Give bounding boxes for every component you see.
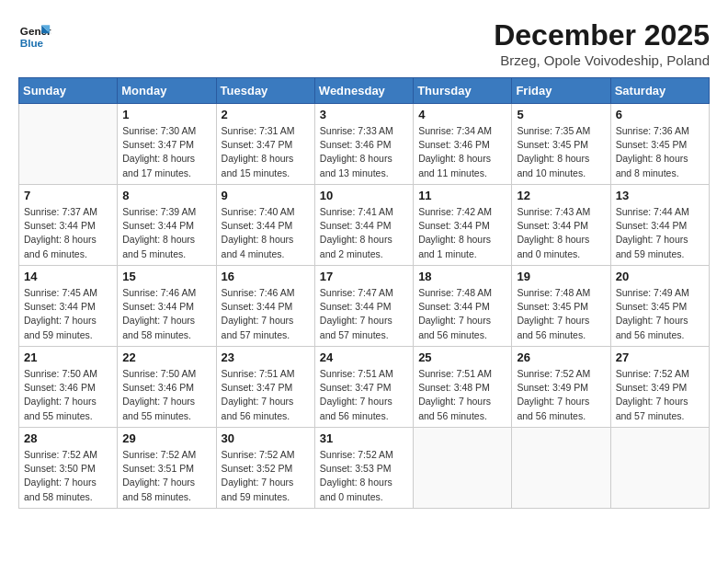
day-info: Sunrise: 7:34 AMSunset: 3:46 PMDaylight:… bbox=[418, 124, 506, 180]
day-cell: 23Sunrise: 7:51 AMSunset: 3:47 PMDayligh… bbox=[216, 347, 314, 428]
day-cell: 21Sunrise: 7:50 AMSunset: 3:46 PMDayligh… bbox=[19, 347, 118, 428]
day-cell bbox=[19, 104, 118, 185]
day-cell: 19Sunrise: 7:48 AMSunset: 3:45 PMDayligh… bbox=[512, 266, 610, 347]
day-cell: 17Sunrise: 7:47 AMSunset: 3:44 PMDayligh… bbox=[314, 266, 413, 347]
day-cell: 26Sunrise: 7:52 AMSunset: 3:49 PMDayligh… bbox=[512, 347, 610, 428]
day-info: Sunrise: 7:52 AMSunset: 3:49 PMDaylight:… bbox=[517, 367, 605, 423]
day-info: Sunrise: 7:46 AMSunset: 3:44 PMDaylight:… bbox=[122, 286, 210, 342]
day-number: 30 bbox=[222, 431, 310, 445]
day-number: 8 bbox=[122, 189, 210, 202]
week-row-1: 1Sunrise: 7:30 AMSunset: 3:47 PMDaylight… bbox=[19, 104, 710, 185]
col-header-saturday: Saturday bbox=[610, 78, 709, 104]
col-header-thursday: Thursday bbox=[414, 78, 512, 104]
day-info: Sunrise: 7:52 AMSunset: 3:49 PMDaylight:… bbox=[616, 367, 704, 423]
day-cell: 20Sunrise: 7:49 AMSunset: 3:45 PMDayligh… bbox=[610, 266, 709, 347]
day-info: Sunrise: 7:46 AMSunset: 3:44 PMDaylight:… bbox=[222, 286, 310, 342]
month-title: December 2025 bbox=[494, 18, 710, 52]
day-number: 22 bbox=[122, 350, 210, 364]
day-number: 26 bbox=[517, 350, 605, 364]
day-number: 2 bbox=[222, 108, 310, 121]
day-number: 9 bbox=[222, 189, 310, 202]
day-cell: 8Sunrise: 7:39 AMSunset: 3:44 PMDaylight… bbox=[118, 185, 216, 266]
day-number: 31 bbox=[320, 431, 408, 445]
col-header-friday: Friday bbox=[512, 78, 610, 104]
day-number: 16 bbox=[222, 270, 310, 283]
day-number: 28 bbox=[24, 431, 112, 445]
day-cell: 28Sunrise: 7:52 AMSunset: 3:50 PMDayligh… bbox=[19, 428, 118, 509]
day-info: Sunrise: 7:52 AMSunset: 3:51 PMDaylight:… bbox=[122, 448, 210, 504]
title-block: December 2025 Brzeg, Opole Voivodeship, … bbox=[494, 18, 710, 68]
day-info: Sunrise: 7:49 AMSunset: 3:45 PMDaylight:… bbox=[616, 286, 704, 342]
day-cell: 16Sunrise: 7:46 AMSunset: 3:44 PMDayligh… bbox=[216, 266, 314, 347]
day-number: 14 bbox=[24, 270, 112, 283]
day-cell: 12Sunrise: 7:43 AMSunset: 3:44 PMDayligh… bbox=[512, 185, 610, 266]
day-info: Sunrise: 7:40 AMSunset: 3:44 PMDaylight:… bbox=[222, 205, 310, 261]
day-info: Sunrise: 7:37 AMSunset: 3:44 PMDaylight:… bbox=[24, 205, 112, 261]
day-number: 1 bbox=[122, 108, 210, 121]
day-number: 27 bbox=[616, 350, 704, 364]
day-info: Sunrise: 7:48 AMSunset: 3:45 PMDaylight:… bbox=[517, 286, 605, 342]
day-cell: 6Sunrise: 7:36 AMSunset: 3:45 PMDaylight… bbox=[610, 104, 709, 185]
day-info: Sunrise: 7:31 AMSunset: 3:47 PMDaylight:… bbox=[222, 124, 310, 180]
day-info: Sunrise: 7:39 AMSunset: 3:44 PMDaylight:… bbox=[122, 205, 210, 261]
day-cell: 14Sunrise: 7:45 AMSunset: 3:44 PMDayligh… bbox=[19, 266, 118, 347]
calendar-header-row: SundayMondayTuesdayWednesdayThursdayFrid… bbox=[19, 78, 710, 104]
day-info: Sunrise: 7:52 AMSunset: 3:50 PMDaylight:… bbox=[24, 448, 112, 504]
day-cell: 31Sunrise: 7:52 AMSunset: 3:53 PMDayligh… bbox=[314, 428, 413, 509]
day-info: Sunrise: 7:50 AMSunset: 3:46 PMDaylight:… bbox=[24, 367, 112, 423]
day-info: Sunrise: 7:41 AMSunset: 3:44 PMDaylight:… bbox=[320, 205, 408, 261]
day-cell: 2Sunrise: 7:31 AMSunset: 3:47 PMDaylight… bbox=[216, 104, 314, 185]
day-info: Sunrise: 7:43 AMSunset: 3:44 PMDaylight:… bbox=[517, 205, 605, 261]
day-cell: 25Sunrise: 7:51 AMSunset: 3:48 PMDayligh… bbox=[414, 347, 512, 428]
day-cell: 13Sunrise: 7:44 AMSunset: 3:44 PMDayligh… bbox=[610, 185, 709, 266]
day-cell: 3Sunrise: 7:33 AMSunset: 3:46 PMDaylight… bbox=[314, 104, 413, 185]
day-cell: 27Sunrise: 7:52 AMSunset: 3:49 PMDayligh… bbox=[610, 347, 709, 428]
day-number: 13 bbox=[616, 189, 704, 202]
day-info: Sunrise: 7:45 AMSunset: 3:44 PMDaylight:… bbox=[24, 286, 112, 342]
day-info: Sunrise: 7:36 AMSunset: 3:45 PMDaylight:… bbox=[616, 124, 704, 180]
day-cell bbox=[610, 428, 709, 509]
location-subtitle: Brzeg, Opole Voivodeship, Poland bbox=[494, 52, 710, 68]
day-info: Sunrise: 7:48 AMSunset: 3:44 PMDaylight:… bbox=[418, 286, 506, 342]
day-number: 17 bbox=[320, 270, 408, 283]
svg-text:Blue: Blue bbox=[20, 37, 44, 49]
logo: General Blue bbox=[18, 18, 51, 52]
day-cell: 24Sunrise: 7:51 AMSunset: 3:47 PMDayligh… bbox=[314, 347, 413, 428]
logo-icon: General Blue bbox=[18, 18, 51, 52]
day-cell: 11Sunrise: 7:42 AMSunset: 3:44 PMDayligh… bbox=[414, 185, 512, 266]
day-number: 10 bbox=[320, 189, 408, 202]
calendar-table: SundayMondayTuesdayWednesdayThursdayFrid… bbox=[18, 77, 710, 509]
day-number: 18 bbox=[418, 270, 506, 283]
day-cell: 30Sunrise: 7:52 AMSunset: 3:52 PMDayligh… bbox=[216, 428, 314, 509]
day-cell: 7Sunrise: 7:37 AMSunset: 3:44 PMDaylight… bbox=[19, 185, 118, 266]
day-number: 11 bbox=[418, 189, 506, 202]
day-info: Sunrise: 7:51 AMSunset: 3:48 PMDaylight:… bbox=[418, 367, 506, 423]
day-number: 19 bbox=[517, 270, 605, 283]
week-row-3: 14Sunrise: 7:45 AMSunset: 3:44 PMDayligh… bbox=[19, 266, 710, 347]
week-row-2: 7Sunrise: 7:37 AMSunset: 3:44 PMDaylight… bbox=[19, 185, 710, 266]
day-info: Sunrise: 7:51 AMSunset: 3:47 PMDaylight:… bbox=[320, 367, 408, 423]
day-number: 20 bbox=[616, 270, 704, 283]
day-number: 12 bbox=[517, 189, 605, 202]
day-cell bbox=[512, 428, 610, 509]
col-header-monday: Monday bbox=[118, 78, 216, 104]
day-number: 6 bbox=[616, 108, 704, 121]
day-cell: 4Sunrise: 7:34 AMSunset: 3:46 PMDaylight… bbox=[414, 104, 512, 185]
day-info: Sunrise: 7:47 AMSunset: 3:44 PMDaylight:… bbox=[320, 286, 408, 342]
day-number: 4 bbox=[418, 108, 506, 121]
day-cell: 18Sunrise: 7:48 AMSunset: 3:44 PMDayligh… bbox=[414, 266, 512, 347]
day-number: 3 bbox=[320, 108, 408, 121]
day-number: 7 bbox=[24, 189, 112, 202]
day-cell: 29Sunrise: 7:52 AMSunset: 3:51 PMDayligh… bbox=[118, 428, 216, 509]
day-info: Sunrise: 7:42 AMSunset: 3:44 PMDaylight:… bbox=[418, 205, 506, 261]
week-row-4: 21Sunrise: 7:50 AMSunset: 3:46 PMDayligh… bbox=[19, 347, 710, 428]
day-info: Sunrise: 7:35 AMSunset: 3:45 PMDaylight:… bbox=[517, 124, 605, 180]
day-info: Sunrise: 7:50 AMSunset: 3:46 PMDaylight:… bbox=[122, 367, 210, 423]
col-header-tuesday: Tuesday bbox=[216, 78, 314, 104]
day-cell: 9Sunrise: 7:40 AMSunset: 3:44 PMDaylight… bbox=[216, 185, 314, 266]
day-info: Sunrise: 7:33 AMSunset: 3:46 PMDaylight:… bbox=[320, 124, 408, 180]
day-number: 15 bbox=[122, 270, 210, 283]
day-number: 25 bbox=[418, 350, 506, 364]
day-info: Sunrise: 7:52 AMSunset: 3:53 PMDaylight:… bbox=[320, 448, 408, 504]
day-cell: 10Sunrise: 7:41 AMSunset: 3:44 PMDayligh… bbox=[314, 185, 413, 266]
